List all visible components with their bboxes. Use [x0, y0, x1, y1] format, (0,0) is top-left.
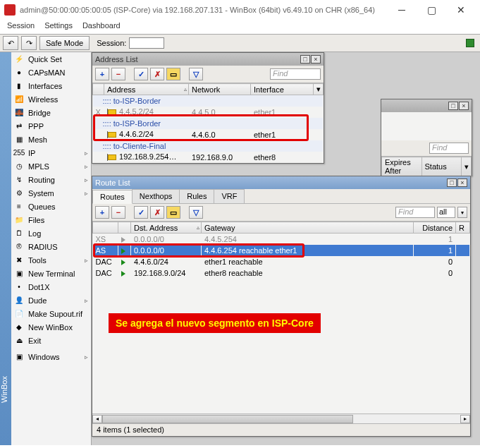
rl-all-select[interactable]: all — [437, 207, 455, 218]
scroll-right-button[interactable]: ▸ — [460, 415, 470, 423]
rl-enable-button[interactable]: ✓ — [134, 206, 148, 219]
sidebar-item-system[interactable]: ⚙System▹ — [11, 186, 91, 200]
sidebar-item-new-terminal[interactable]: ▣New Terminal — [11, 267, 91, 280]
background-window[interactable]: □× Find Expires After Status ▾ — [381, 99, 472, 176]
table-row[interactable]: XS0.0.0.0/04.4.5.2541 — [93, 234, 470, 245]
al-drop-col[interactable]: ▾ — [314, 84, 324, 95]
sidebar-item-interfaces[interactable]: ▮Interfaces — [11, 79, 91, 92]
sidebar-label: Files — [28, 216, 88, 224]
rl-filter-button[interactable]: ▽ — [189, 206, 203, 219]
al-close-button[interactable]: × — [311, 55, 321, 63]
filter-button[interactable]: ▽ — [189, 68, 203, 80]
expand-icon: ▹ — [85, 257, 88, 264]
sidebar-item-mpls[interactable]: ◷MPLS▹ — [11, 159, 91, 173]
sidebar-item-bridge[interactable]: 🌉Bridge — [11, 106, 91, 119]
table-row[interactable]: X 4.4.5.2/244.4.5.0ether1 — [93, 107, 324, 118]
col-interface[interactable]: Interface — [251, 84, 314, 95]
rl-find-input[interactable]: Find — [395, 207, 435, 218]
rl-all-drop[interactable]: ▾ — [457, 207, 467, 218]
close-button[interactable]: ✕ — [446, 1, 476, 18]
address-list-window[interactable]: Address List □× + − ✓ ✗ ▭ ▽ Find Address… — [92, 52, 324, 164]
table-row[interactable]: :::: to-Cliente-Final — [93, 140, 324, 152]
mdi-area: □× Find Expires After Status ▾ Address L… — [92, 52, 480, 445]
al-restore-button[interactable]: □ — [300, 55, 310, 63]
bg-find-input[interactable]: Find — [429, 143, 469, 154]
table-row[interactable]: AS0.0.0.0/04.4.6.254 reachable ether11 — [93, 245, 470, 256]
route-list-titlebar[interactable]: Route List □× — [92, 176, 470, 189]
rl-remove-button[interactable]: − — [111, 206, 125, 219]
sidebar-item-routing[interactable]: ↯Routing▹ — [11, 173, 91, 186]
sidebar-item-mesh[interactable]: ▦Mesh — [11, 133, 91, 146]
remove-button[interactable]: − — [111, 68, 125, 80]
sidebar-item-capsman[interactable]: ●CAPsMAN — [11, 66, 91, 79]
sidebar-label: Quick Set — [28, 55, 88, 63]
tab-routes[interactable]: Routes — [92, 190, 133, 204]
sidebar-item-ip[interactable]: 255IP▹ — [11, 146, 91, 159]
rl-comment-button[interactable]: ▭ — [166, 206, 180, 219]
table-row[interactable]: 4.4.6.2/244.4.6.0ether1 — [93, 129, 324, 140]
sidebar-item-quick-set[interactable]: ⚡Quick Set — [11, 52, 91, 66]
col-dst-address[interactable]: Dst. Address▵ — [131, 222, 202, 234]
menu-settings[interactable]: Settings — [44, 21, 73, 30]
rl-close-button[interactable]: × — [457, 178, 467, 187]
maximize-button[interactable]: ▢ — [417, 1, 446, 18]
add-button[interactable]: + — [95, 68, 109, 80]
table-row[interactable]: :::: to-ISP-Border — [93, 118, 324, 129]
sidebar-icon: ▦ — [14, 135, 24, 145]
session-field[interactable] — [129, 37, 164, 49]
col-network[interactable]: Network — [189, 84, 251, 95]
rl-restore-button[interactable]: □ — [447, 178, 457, 187]
rl-add-button[interactable]: + — [95, 206, 109, 219]
table-row[interactable]: DAC192.168.9.0/24ether8 reachable0 — [93, 267, 470, 279]
sidebar-item-wireless[interactable]: 📶Wireless — [11, 92, 91, 106]
safe-mode-button[interactable]: Safe Mode — [39, 36, 90, 50]
col-status[interactable]: Status — [421, 157, 462, 176]
sidebar-item-windows[interactable]: ▣Windows▹ — [11, 350, 91, 363]
menu-dashboard[interactable]: Dashboard — [82, 21, 121, 30]
bg-close-button[interactable]: × — [459, 102, 469, 110]
rl-hscroll[interactable]: ◂ ▸ — [92, 413, 470, 423]
table-row[interactable]: DAC4.4.6.0/24ether1 reachable0 — [93, 256, 470, 267]
bg-window-titlebar[interactable]: □× — [381, 99, 472, 112]
redo-button[interactable]: ↷ — [21, 36, 37, 50]
col-gateway[interactable]: Gateway — [202, 222, 414, 234]
sidebar-icon: ▣ — [14, 269, 24, 279]
sidebar-item-files[interactable]: 📁Files — [11, 213, 91, 226]
tab-nexthops[interactable]: Nexthops — [132, 189, 180, 203]
col-address[interactable]: Address▵ — [104, 84, 189, 95]
sidebar-item-make-supout-rif[interactable]: 📄Make Supout.rif — [11, 307, 91, 320]
sidebar-item-queues[interactable]: ≡Queues — [11, 200, 91, 213]
scroll-thumb[interactable] — [102, 415, 353, 423]
sidebar-icon: ≡ — [14, 202, 24, 212]
table-row[interactable]: 192.168.9.254…192.168.9.0ether8 — [93, 152, 324, 163]
comment-button[interactable]: ▭ — [166, 68, 180, 80]
table-row[interactable]: :::: to-ISP-Border — [93, 95, 324, 107]
col-r[interactable]: R — [456, 222, 470, 234]
sidebar-item-tools[interactable]: ✖Tools▹ — [11, 253, 91, 267]
disable-button[interactable]: ✗ — [150, 68, 164, 80]
sidebar-icon: ® — [14, 242, 24, 252]
address-list-titlebar[interactable]: Address List □× — [92, 53, 324, 66]
sidebar-item-log[interactable]: 🗒Log — [11, 226, 91, 240]
tab-rules[interactable]: Rules — [179, 189, 214, 203]
expand-icon: ▹ — [85, 176, 88, 183]
sidebar-item-new-winbox[interactable]: ◆New WinBox — [11, 320, 91, 334]
col-distance[interactable]: Distance — [414, 222, 456, 234]
tab-vrf[interactable]: VRF — [214, 189, 245, 203]
col-expires-after[interactable]: Expires After — [382, 157, 422, 176]
undo-button[interactable]: ↶ — [3, 36, 18, 50]
scroll-left-button[interactable]: ◂ — [92, 415, 102, 423]
rl-disable-button[interactable]: ✗ — [150, 206, 164, 219]
al-find-input[interactable]: Find — [270, 68, 321, 80]
sidebar-item-exit[interactable]: ⏏Exit — [11, 334, 91, 347]
sidebar-item-dot1x[interactable]: •Dot1X — [11, 280, 91, 293]
bg-restore-button[interactable]: □ — [448, 102, 458, 110]
minimize-button[interactable]: ─ — [387, 1, 417, 18]
bg-drop-col[interactable]: ▾ — [462, 157, 472, 176]
sidebar-item-dude[interactable]: 👤Dude▹ — [11, 293, 91, 307]
sidebar-item-ppp[interactable]: ⇄PPP — [11, 119, 91, 133]
menu-session[interactable]: Session — [7, 21, 35, 30]
sidebar-item-radius[interactable]: ®RADIUS — [11, 240, 91, 253]
route-list-window[interactable]: Route List □× Routes Nexthops Rules VRF … — [92, 176, 471, 437]
enable-button[interactable]: ✓ — [134, 68, 148, 80]
